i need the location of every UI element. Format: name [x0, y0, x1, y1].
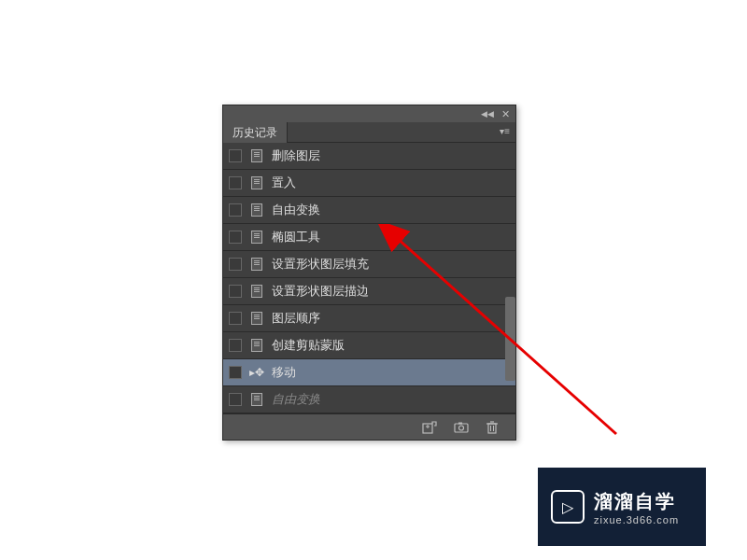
- history-panel: ◀◀ ✕ 历史记录 ▾≡ 删除图层置入自由变换椭圆工具设置形状图层填充设置形状图…: [222, 105, 516, 441]
- history-row-label: 置入: [272, 175, 515, 191]
- history-row-label: 删除图层: [272, 147, 515, 164]
- snapshot-checkbox[interactable]: [229, 231, 242, 244]
- history-row[interactable]: 自由变换: [223, 386, 515, 413]
- document-icon: [249, 230, 264, 245]
- history-row-label: 创建剪贴蒙版: [272, 337, 515, 354]
- history-row[interactable]: 设置形状图层描边: [223, 278, 515, 305]
- watermark: ▷ 溜溜自学 zixue.3d66.com: [538, 468, 706, 546]
- document-icon: [249, 338, 264, 353]
- document-icon: [249, 203, 264, 217]
- snapshot-camera-icon[interactable]: [454, 422, 469, 433]
- history-row-label: 自由变换: [272, 202, 515, 218]
- panel-menu-icon[interactable]: ▾≡: [500, 126, 510, 136]
- tab-history[interactable]: 历史记录: [223, 122, 288, 143]
- document-icon: [249, 392, 264, 407]
- history-row-label: 椭圆工具: [272, 229, 515, 245]
- delete-trash-icon[interactable]: [486, 421, 499, 434]
- document-icon: [249, 311, 264, 326]
- history-list: 删除图层置入自由变换椭圆工具设置形状图层填充设置形状图层描边图层顺序创建剪贴蒙版…: [223, 143, 515, 413]
- tab-bar: 历史记录 ▾≡: [223, 122, 515, 143]
- watermark-logo-icon: ▷: [551, 490, 585, 524]
- history-row-label: 图层顺序: [272, 310, 515, 327]
- snapshot-checkbox[interactable]: [229, 339, 242, 352]
- document-icon: [249, 175, 264, 190]
- snapshot-checkbox[interactable]: [229, 285, 242, 298]
- watermark-title: 溜溜自学: [594, 489, 679, 514]
- svg-rect-6: [488, 424, 496, 433]
- svg-point-4: [459, 426, 464, 430]
- history-row[interactable]: 自由变换: [223, 197, 515, 224]
- history-row-label: 设置形状图层描边: [272, 283, 515, 300]
- snapshot-checkbox[interactable]: [229, 312, 242, 325]
- new-document-from-state-icon[interactable]: [422, 421, 437, 434]
- svg-rect-3: [455, 424, 468, 432]
- watermark-subtitle: zixue.3d66.com: [594, 514, 679, 525]
- scrollbar-thumb[interactable]: [505, 297, 515, 381]
- document-icon: [249, 284, 264, 299]
- collapse-icon[interactable]: ◀◀: [481, 109, 494, 119]
- history-row[interactable]: 置入: [223, 170, 515, 197]
- panel-footer: [223, 413, 515, 440]
- history-row[interactable]: 椭圆工具: [223, 224, 515, 251]
- svg-rect-5: [458, 422, 462, 424]
- history-row[interactable]: ▸✥移动: [223, 359, 515, 386]
- history-row[interactable]: 删除图层: [223, 143, 515, 170]
- watermark-text: 溜溜自学 zixue.3d66.com: [594, 489, 679, 525]
- document-icon: [249, 257, 264, 272]
- snapshot-checkbox[interactable]: [229, 203, 242, 217]
- close-icon[interactable]: ✕: [501, 108, 510, 120]
- history-row[interactable]: 设置形状图层填充: [223, 251, 515, 278]
- move-tool-icon: ▸✥: [249, 365, 264, 380]
- history-row[interactable]: 创建剪贴蒙版: [223, 332, 515, 359]
- snapshot-checkbox[interactable]: [229, 258, 242, 271]
- history-row[interactable]: 图层顺序: [223, 305, 515, 332]
- snapshot-checkbox[interactable]: [229, 176, 242, 189]
- history-row-label: 设置形状图层填充: [272, 256, 515, 273]
- panel-titlebar: ◀◀ ✕: [223, 105, 515, 122]
- history-row-label: 移动: [272, 364, 515, 381]
- document-icon: [249, 148, 264, 163]
- snapshot-checkbox[interactable]: [229, 366, 242, 379]
- history-row-label: 自由变换: [272, 391, 515, 408]
- snapshot-checkbox[interactable]: [229, 149, 242, 162]
- snapshot-checkbox[interactable]: [229, 393, 242, 406]
